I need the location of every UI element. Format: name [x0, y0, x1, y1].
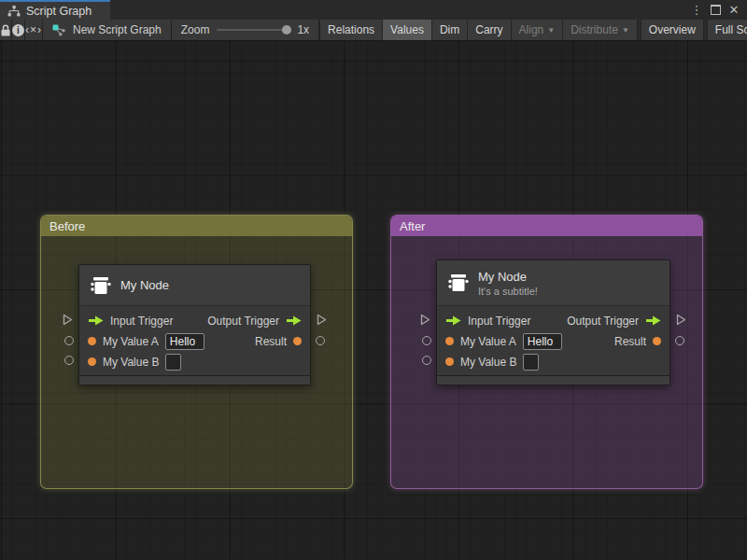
result-port[interactable]	[653, 337, 661, 345]
values-button[interactable]: Values	[382, 20, 431, 40]
window-controls: ⋮ ✕	[689, 0, 747, 20]
fullscreen-button[interactable]: Full Scr	[707, 20, 747, 40]
value-b-port[interactable]	[445, 357, 454, 366]
node-my-node[interactable]: My Node Input Trigger Output Trigger	[78, 264, 311, 385]
graph-toolbar: i ‹×› New Script Graph Zoom 1x Relations…	[0, 20, 747, 41]
outer-result-port[interactable]	[675, 336, 684, 345]
node-subtitle: It's a subtitle!	[478, 286, 538, 297]
graph-hierarchy-icon	[7, 6, 21, 17]
port-row-trigger: Input Trigger Output Trigger	[79, 311, 310, 330]
outer-value-b-port[interactable]	[64, 356, 74, 365]
port-row-value-b: My Value B	[437, 352, 669, 371]
value-b-port[interactable]	[88, 357, 96, 366]
node-header[interactable]: My Node	[79, 265, 310, 306]
result-label: Result	[255, 335, 287, 348]
value-b-label: My Value B	[103, 356, 159, 369]
node-footer	[437, 375, 669, 385]
angle-brackets-x-icon: ‹×›	[25, 23, 42, 36]
node-footer	[79, 375, 310, 385]
value-b-field[interactable]	[165, 354, 181, 371]
value-a-label: My Value A	[460, 335, 516, 348]
graph-name-area[interactable]: New Script Graph	[43, 20, 172, 40]
node-my-node[interactable]: My Node It's a subtitle! Input Trigger O…	[436, 259, 670, 385]
relations-button[interactable]: Relations	[319, 20, 382, 40]
zoom-control: Zoom 1x	[172, 20, 319, 40]
value-a-field[interactable]: Hello	[165, 333, 204, 350]
output-trigger-label: Output Trigger	[207, 315, 279, 328]
value-a-port[interactable]	[445, 337, 454, 345]
align-button[interactable]: Align ▼	[511, 20, 563, 40]
zoom-value: 1x	[297, 23, 309, 36]
port-row-value-a: My Value A Hello Result	[79, 331, 310, 351]
window-tab-bar: Script Graph ⋮ ✕	[0, 0, 747, 20]
outer-value-a-port[interactable]	[64, 336, 74, 345]
code-view-button[interactable]: ‹×›	[25, 20, 43, 40]
outer-value-a-port[interactable]	[422, 336, 431, 345]
distribute-button[interactable]: Distribute ▼	[562, 20, 637, 40]
chevron-down-icon: ▼	[622, 26, 629, 35]
node-header[interactable]: My Node It's a subtitle!	[437, 260, 669, 306]
node-title: My Node	[120, 278, 169, 292]
input-trigger-label: Input Trigger	[110, 315, 173, 328]
info-button[interactable]: i	[12, 20, 25, 40]
tab-script-graph[interactable]: Script Graph	[0, 0, 110, 20]
node-graph-icon	[52, 24, 66, 36]
outer-input-trigger-port[interactable]	[63, 314, 73, 326]
outer-output-trigger-port[interactable]	[317, 314, 327, 326]
port-row-value-a: My Value A Hello Result	[437, 331, 669, 351]
outer-output-trigger-port[interactable]	[676, 314, 686, 326]
value-a-port[interactable]	[88, 337, 96, 345]
value-a-field[interactable]: Hello	[523, 333, 562, 350]
result-label: Result	[614, 335, 646, 348]
flow-in-port[interactable]	[88, 315, 104, 326]
lock-button[interactable]	[0, 20, 12, 40]
node-icon	[89, 274, 112, 297]
tab-title: Script Graph	[26, 5, 92, 18]
input-trigger-label: Input Trigger	[468, 315, 530, 328]
zoom-slider-handle[interactable]	[282, 25, 291, 35]
group-after-header[interactable]: After	[391, 216, 702, 236]
zoom-slider[interactable]	[217, 29, 289, 31]
port-row-value-b: My Value B	[79, 352, 310, 371]
zoom-label: Zoom	[181, 23, 210, 36]
port-row-trigger: Input Trigger Output Trigger	[437, 311, 669, 330]
node-icon	[446, 272, 470, 294]
ports-section: Input Trigger Output Trigger My Value A …	[437, 306, 669, 375]
overview-button[interactable]: Overview	[641, 20, 703, 40]
group-title: After	[400, 219, 425, 233]
value-a-label: My Value A	[103, 335, 159, 348]
outer-value-b-port[interactable]	[422, 356, 431, 365]
value-b-field[interactable]	[523, 354, 539, 371]
node-title: My Node	[478, 270, 538, 284]
info-icon: i	[12, 24, 24, 36]
group-title: Before	[49, 219, 85, 233]
outer-input-trigger-port[interactable]	[420, 314, 430, 326]
dim-button[interactable]: Dim	[431, 20, 467, 40]
carry-button[interactable]: Carry	[467, 20, 510, 40]
chevron-down-icon: ▼	[547, 26, 555, 35]
result-port[interactable]	[293, 337, 302, 345]
window-menu-icon[interactable]: ⋮	[689, 3, 704, 18]
graph-name-label: New Script Graph	[73, 23, 162, 36]
node-before-wrap: My Node Input Trigger Output Trigger	[78, 264, 311, 385]
maximize-icon[interactable]	[708, 3, 723, 18]
close-icon[interactable]: ✕	[726, 3, 741, 18]
flow-in-port[interactable]	[445, 315, 461, 326]
group-before-header[interactable]: Before	[41, 216, 352, 236]
value-b-label: My Value B	[460, 356, 516, 369]
flow-out-port[interactable]	[645, 315, 661, 326]
node-after-wrap: My Node It's a subtitle! Input Trigger O…	[436, 259, 670, 385]
flow-out-port[interactable]	[286, 315, 302, 326]
outer-result-port[interactable]	[316, 336, 325, 345]
output-trigger-label: Output Trigger	[567, 315, 639, 328]
toolbar-buttons: Relations Values Dim Carry Align ▼ Distr…	[319, 20, 747, 40]
graph-canvas[interactable]: Before After	[0, 41, 747, 560]
lock-icon	[0, 24, 11, 36]
ports-section: Input Trigger Output Trigger My Value A …	[79, 306, 310, 375]
